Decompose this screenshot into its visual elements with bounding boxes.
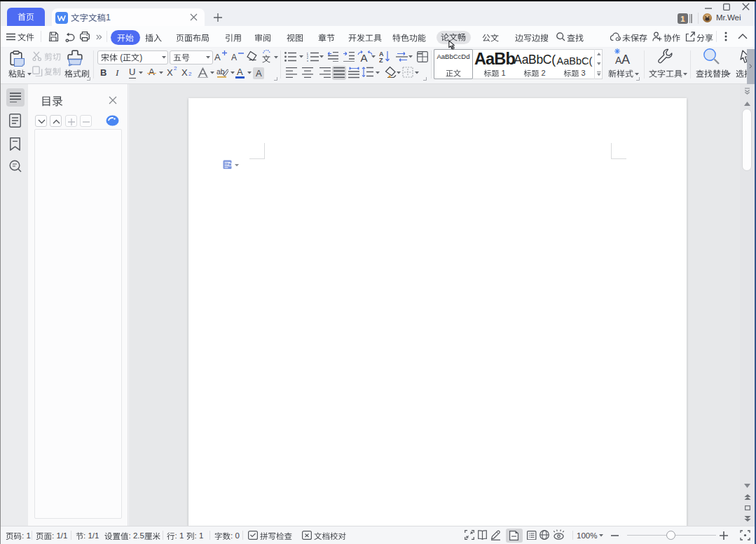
- svg-text:A: A: [361, 52, 368, 62]
- svg-text:3: 3: [307, 60, 308, 62]
- svg-text:Z: Z: [379, 57, 383, 63]
- svg-text:A: A: [621, 53, 630, 64]
